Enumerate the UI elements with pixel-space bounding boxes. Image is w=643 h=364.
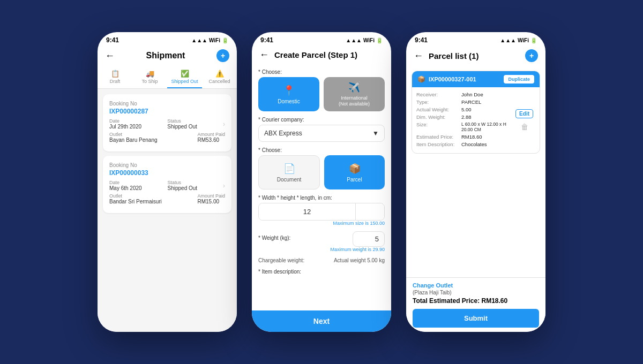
document-icon: 📄 [283,163,295,175]
parcel-list-footer: Change Outlet (Plaza Haji Taib) Total Es… [406,277,545,332]
dimensions-inputs [258,203,385,221]
status-icons-3: ▲▲▲ WiFi 🔋 [500,37,537,43]
courier-dropdown[interactable]: ABX Express ▼ [258,125,385,142]
duplicate-button[interactable]: Duplicate [504,75,534,84]
international-button[interactable]: ✈️ International(Not available) [324,77,385,111]
time-3: 9:41 [415,36,428,44]
shipment-card-1[interactable]: Booking No IXP00000287 Date Jul 29th 202… [103,94,231,151]
domestic-button[interactable]: 📍 Domestic [258,77,319,111]
max-size-hint: Maximum size is 150.00 [258,221,385,226]
document-button[interactable]: 📄 Document [258,155,320,189]
domestic-label: Domestic [278,98,300,104]
item-desc-section: * Item description: [258,269,385,275]
parcel-card-1: 📦 IXP00000327-001 Duplicate Receiver: Jo… [412,71,540,154]
time-1: 9:41 [106,36,119,44]
international-icon: ✈️ [348,81,360,93]
add-shipment-button[interactable]: + [216,49,229,62]
outlet-field-2: Outlet Bandar Sri Permaisuri [109,193,162,204]
international-label: International(Not available) [339,95,370,107]
courier-section: * Courier company: ABX Express ▼ [258,117,385,142]
tab-shipped-out-label: Shipped Out [171,79,198,84]
cancelled-icon: ⚠️ [215,70,224,78]
dropdown-arrow-icon: ▼ [372,130,379,137]
card-row-date-status-1: Date Jul 29th 2020 Status Shipped Out › [109,118,225,130]
booking-label-1: Booking No [109,101,225,107]
back-icon-2[interactable]: ← [259,49,269,60]
status-bar-3: 9:41 ▲▲▲ WiFi 🔋 [406,32,545,46]
parcel-type-row: 📄 Document 📦 Parcel [258,155,385,189]
status-bar-1: 9:41 ▲▲▲ WiFi 🔋 [98,32,237,46]
amount-field-1: Amount Paid RM53.60 [197,132,225,143]
detail-size: Size: L 60.00 x W 12.00 x H 20.00 CM [416,122,510,132]
weight-section: * Weight (kg): 5 Maximum weight is 29.90 [258,231,385,252]
back-icon-3[interactable]: ← [414,50,423,62]
detail-item-desc: Item Description: Chocolates [416,141,510,147]
width-input[interactable] [259,203,356,220]
parcel-card-header-1: 📦 IXP00000327-001 Duplicate [412,71,540,87]
delete-icon[interactable]: 🗑 [521,123,528,131]
weight-row: * Weight (kg): 5 [258,231,385,247]
height-input[interactable] [356,203,385,220]
parcel-list-title: Parcel list (1) [429,51,478,60]
domestic-icon: 📍 [283,85,295,96]
parcel-icon-header: 📦 [417,75,425,83]
choose-delivery-section: * Choose: 📍 Domestic ✈️ International(No… [258,69,385,111]
parcel-list-header: ← Parcel list (1) + [406,46,545,66]
detail-est-price: Estimated Price: RM18.60 [416,134,510,140]
parcel-label: Parcel [347,177,362,183]
next-button[interactable]: Next [252,310,391,332]
parcel-list-body: 📦 IXP00000327-001 Duplicate Receiver: Jo… [406,66,545,277]
status-icons-2: ▲▲▲ WiFi 🔋 [346,37,383,43]
change-outlet-button[interactable]: Change Outlet [413,282,539,289]
choose-type-section: * Choose: 📄 Document 📦 Parcel [258,147,385,189]
tab-cancelled[interactable]: ⚠️ Cancelled [202,66,237,88]
booking-no-1: IXP00000287 [109,108,225,115]
submit-button[interactable]: Submit [413,309,539,328]
edit-button[interactable]: Edit [515,109,533,118]
back-icon-1[interactable]: ← [105,50,115,62]
battery-icon: 🔋 [222,37,228,43]
parcel-button[interactable]: 📦 Parcel [324,155,385,189]
phone-screen-1: 9:41 ▲▲▲ WiFi 🔋 ← Shipment + 📋 Draft 🚚 [98,32,237,332]
detail-receiver: Receiver: John Doe [416,92,510,97]
choose-type-label: * Choose: [258,147,385,153]
courier-label: * Courier company: [258,117,385,123]
signal-icon-2: ▲▲▲ [346,37,362,43]
parcel-actions-1: Edit 🗑 [513,92,535,149]
amount-field-2: Amount Paid RM15.00 [197,193,225,204]
add-parcel-button[interactable]: + [525,49,538,62]
phone-screen-3: 9:41 ▲▲▲ WiFi 🔋 ← Parcel list (1) + � [406,32,545,332]
chevron-icon-2: › [223,182,225,189]
dimensions-section: * Width * height * length, in cm: Maximu… [258,195,385,226]
shipment-list: Booking No IXP00000287 Date Jul 29th 202… [98,89,237,332]
parcel-card-body-1: Receiver: John Doe Type: PARCEL Actual W… [412,87,540,153]
shipped-out-icon: ✅ [181,70,189,78]
time-2: 9:41 [260,36,273,44]
card-row-outlet-amount-1: Outlet Bayan Baru Penang Amount Paid RM5… [109,132,225,143]
battery-icon-3: 🔋 [530,37,537,43]
signal-icon: ▲▲▲ [191,37,207,43]
tab-draft[interactable]: 📋 Draft [98,66,132,88]
wifi-icon-3: WiFi [518,37,529,43]
booking-label-2: Booking No [109,162,225,168]
tab-shipped-out[interactable]: ✅ Shipped Out [167,66,202,88]
parcel-id-section: 📦 IXP00000327-001 [417,75,476,83]
parcel-id: IXP00000327-001 [429,76,476,82]
card-row-outlet-amount-2: Outlet Bandar Sri Permaisuri Amount Paid… [109,193,225,204]
date-field-2: Date May 6th 2020 [109,180,142,191]
detail-dim-weight: Dim. Weight: 2.88 [416,114,510,120]
shipment-card-2[interactable]: Booking No IXP00000033 Date May 6th 2020… [103,156,231,213]
phone-screen-2: 9:41 ▲▲▲ WiFi 🔋 ← Create Parcel (Step 1)… [252,32,391,332]
document-label: Document [277,177,302,183]
outlet-field-1: Outlet Bayan Baru Penang [109,132,158,143]
chevron-icon-1: › [223,120,225,128]
detail-type: Type: PARCEL [416,99,510,105]
weight-input[interactable]: 5 [353,231,385,247]
parcel-icon: 📦 [349,163,361,175]
tab-to-ship[interactable]: 🚚 To Ship [132,66,167,88]
weight-label: * Weight (kg): [258,235,290,241]
courier-value: ABX Express [264,130,302,137]
dimensions-label: * Width * height * length, in cm: [258,195,385,201]
to-ship-icon: 🚚 [146,70,154,78]
chargeable-row: Chargeable weight: Actual weight 5.00 kg [258,257,385,263]
